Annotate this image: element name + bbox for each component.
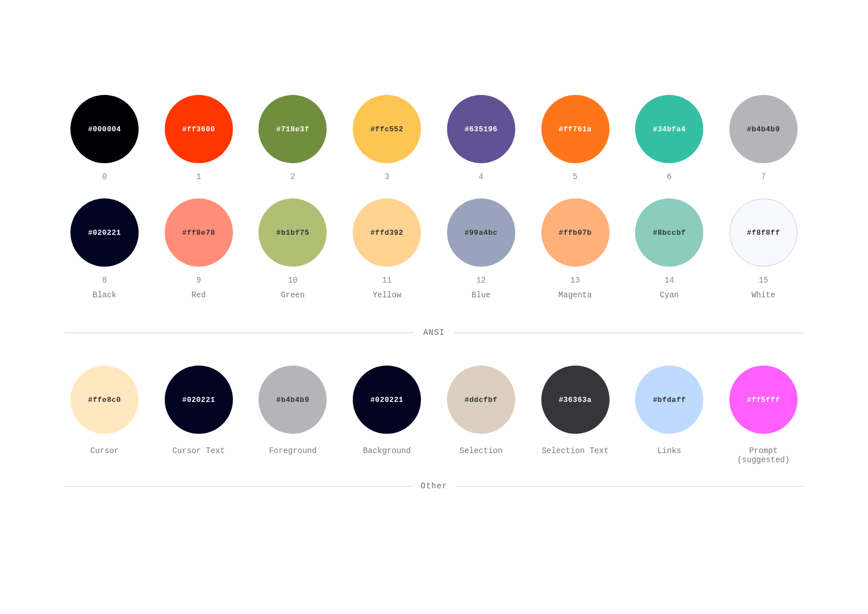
color-hex: #f8f8ff [747,229,780,237]
color-circle: #36363a [541,366,610,434]
color-item: #020221 [347,366,427,441]
color-circle: #000004 [70,95,139,163]
color-hex: #ff5fff [747,396,780,404]
color-hex: #b4b4b9 [276,396,309,404]
color-hex: #000004 [88,125,121,134]
color-circle: #020221 [353,366,421,434]
color-hex: #635196 [465,125,498,134]
color-number: 2 [290,172,295,181]
color-number: 0 [102,172,107,181]
color-circle: #020221 [70,198,139,267]
other-color-label: Foreground [253,446,332,464]
color-item: #99a4bc12 [441,198,521,285]
color-number: 12 [476,276,486,285]
color-circle: #ff761a [541,95,610,163]
color-circle: #020221 [165,366,233,434]
color-circle: #ffd392 [353,198,421,267]
color-hex: #ffd392 [370,229,403,237]
color-hex: #b4b4b9 [747,125,780,134]
color-item: #b4b4b97 [724,95,803,181]
color-hex: #99a4bc [465,229,498,237]
color-circle: #8bccbf [635,198,703,267]
color-hex: #b1bf75 [276,229,309,237]
color-circle: #b4b4b9 [258,366,327,434]
other-color-label: Prompt(suggested) [724,446,803,464]
color-circle: #ddcfbf [447,366,515,434]
color-number: 3 [385,172,389,181]
color-number: 13 [570,276,580,285]
color-number: 15 [759,276,769,285]
color-hex: #bfdaff [653,396,686,404]
color-item: #b1bf7510 [253,198,332,285]
divider-line-right [454,333,803,333]
color-circle: #34bfa4 [635,95,703,163]
main-container: #0000040#ff36001#718e3f2#ffc5523#6351964… [65,61,803,553]
ansi-color-name: Black [65,291,144,300]
color-circle: #ff3600 [165,95,233,163]
other-color-label: Background [347,446,427,464]
color-item: #020221 [159,366,239,441]
color-circle: #b1bf75 [258,198,327,267]
color-circle: #ffe8c0 [70,366,139,434]
ansi-label: ANSI [423,328,445,337]
color-hex: #020221 [88,229,121,237]
color-number: 14 [665,276,674,285]
color-hex: #36363a [558,396,591,404]
color-number: 6 [667,172,671,181]
other-color-label: Selection [441,446,521,464]
color-item: #0000040 [65,95,144,181]
color-number: 5 [573,172,577,181]
color-number: 11 [382,276,392,285]
color-circle: #ff8e78 [165,198,233,267]
color-circle: #635196 [447,95,515,163]
color-item: #f8f8ff15 [724,198,803,285]
color-hex: #020221 [182,396,215,404]
other-color-label: Cursor Text [159,446,239,464]
color-item: #ffc5523 [347,95,427,181]
color-item: #bfdaff [629,366,709,441]
ansi-divider: ANSI [65,328,803,337]
color-item: #ff36001 [159,95,239,181]
other-color-label: Selection Text [536,446,615,464]
ansi-color-name: Yellow [347,291,427,300]
other-labels: CursorCursor TextForegroundBackgroundSel… [65,446,803,464]
ansi-color-names: BlackRedGreenYellowBlueMagentaCyanWhite [65,291,803,300]
color-hex: #ddcfbf [465,396,498,404]
color-item: #ddcfbf [441,366,521,441]
other-label: Other [421,482,448,491]
ansi-color-name: White [724,291,803,300]
color-hex: #8bccbf [653,229,686,237]
color-circle: #ff5fff [729,366,798,434]
color-circle: #ffc552 [353,95,421,163]
color-hex: #ffb07b [558,229,591,237]
color-number: 8 [102,276,107,285]
color-item: #6351964 [441,95,521,181]
color-item: #ffd39211 [347,198,427,285]
ansi-row2: #0202218#ff8e789#b1bf7510#ffd39211#99a4b… [65,198,803,285]
ansi-color-name: Magenta [536,291,615,300]
color-hex: #718e3f [276,125,309,134]
divider-line-left [65,333,414,333]
color-hex: #ffc552 [370,125,403,134]
color-hex: #ff8e78 [182,229,215,237]
color-hex: #ff761a [558,125,591,134]
color-number: 4 [479,172,483,181]
color-circle: #b4b4b9 [729,95,798,163]
color-hex: #ffe8c0 [88,396,121,404]
color-number: 9 [197,276,201,285]
other-divider-line-left [65,486,412,487]
other-color-label: Links [629,446,709,464]
color-circle: #ffb07b [541,198,610,267]
color-item: #ff761a5 [536,95,615,181]
other-divider-line-right [457,486,804,487]
color-hex: #34bfa4 [653,125,686,134]
color-hex: #ff3600 [182,125,215,134]
ansi-row1: #0000040#ff36001#718e3f2#ffc5523#6351964… [65,95,803,181]
other-row: #ffe8c0#020221#b4b4b9#020221#ddcfbf#3636… [65,366,803,441]
color-item: #36363a [536,366,615,441]
color-item: #ffb07b13 [536,198,615,285]
color-hex: #020221 [370,396,403,404]
color-circle: #f8f8ff [729,198,798,267]
other-color-label: Cursor [65,446,144,464]
color-item: #ff5fff [724,366,803,441]
